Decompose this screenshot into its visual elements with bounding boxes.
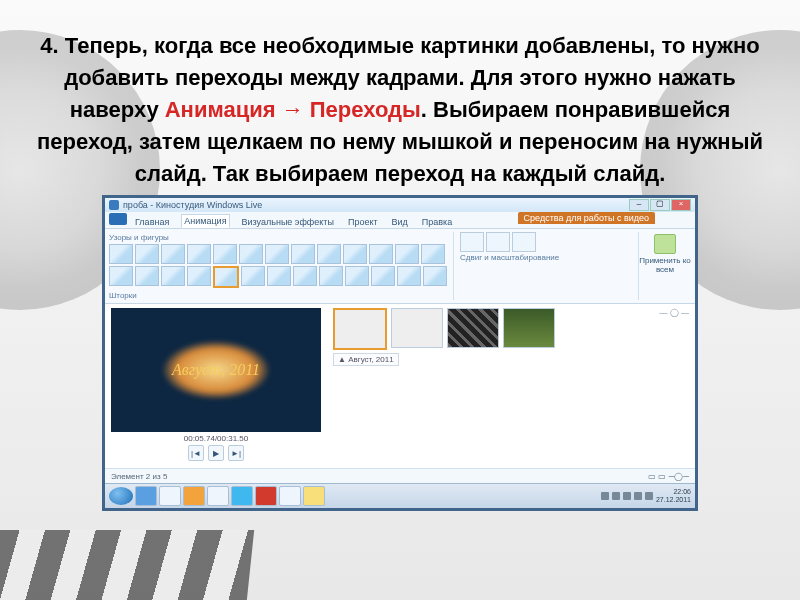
tab-visual-effects[interactable]: Визуальные эффекты <box>240 216 336 228</box>
tray-icon[interactable] <box>634 492 642 500</box>
taskbar-icon-opera[interactable] <box>255 486 277 506</box>
transition-thumb[interactable] <box>319 266 343 286</box>
transition-thumb[interactable] <box>345 266 369 286</box>
system-tray: 22:06 27.12.2011 <box>601 488 691 504</box>
transition-thumb[interactable] <box>371 266 395 286</box>
storyboard-clip[interactable] <box>447 308 499 348</box>
ribbon-tabs: Главная Анимация Визуальные эффекты Прое… <box>105 212 695 229</box>
start-button[interactable] <box>109 487 133 505</box>
context-tab-video-tools[interactable]: Средства для работы с видео <box>518 212 655 224</box>
transitions-gallery: Узоры и фигуры <box>109 232 447 300</box>
ribbon-panel: Узоры и фигуры <box>105 229 695 304</box>
app-screenshot: проба - Киностудия Windows Live – ▢ × Гл… <box>102 195 698 511</box>
transition-thumb[interactable] <box>109 244 133 264</box>
windows-taskbar: 22:06 27.12.2011 <box>105 483 695 508</box>
transition-thumb[interactable] <box>241 266 265 286</box>
transition-thumb[interactable] <box>369 244 393 264</box>
next-frame-button[interactable]: ►| <box>228 445 244 461</box>
transition-thumb[interactable] <box>135 244 159 264</box>
status-text: Элемент 2 из 5 <box>111 472 167 481</box>
tab-project[interactable]: Проект <box>346 216 380 228</box>
tab-edit[interactable]: Правка <box>420 216 454 228</box>
transition-thumb[interactable] <box>161 244 185 264</box>
transition-thumb[interactable] <box>293 266 317 286</box>
transition-thumb[interactable] <box>239 244 263 264</box>
taskbar-clock[interactable]: 22:06 27.12.2011 <box>656 488 691 504</box>
instruction-heading: 4. Теперь, когда все необходимые картинк… <box>30 30 770 189</box>
preview-panel: Август, 2011 00:05.74/00:31.50 |◄ ▶ ►| <box>105 304 327 468</box>
storyboard-clip[interactable] <box>503 308 555 348</box>
panzoom-thumb[interactable] <box>512 232 536 252</box>
prev-frame-button[interactable]: |◄ <box>188 445 204 461</box>
storyboard-clip-selected[interactable] <box>333 308 387 350</box>
transition-thumb[interactable] <box>397 266 421 286</box>
taskbar-icon-media[interactable] <box>207 486 229 506</box>
app-icon <box>109 200 119 210</box>
taskbar-icon-ie[interactable] <box>135 486 157 506</box>
slide-text-block: 4. Теперь, когда все необходимые картинк… <box>0 0 800 189</box>
transition-thumb[interactable] <box>421 244 445 264</box>
app-status-bar: Элемент 2 из 5 ▭ ▭ ─◯─ <box>105 468 695 483</box>
window-title: проба - Киностудия Windows Live <box>123 200 625 210</box>
clock-date: 27.12.2011 <box>656 496 691 504</box>
transition-thumb[interactable] <box>423 266 447 286</box>
tab-home[interactable]: Главная <box>133 216 171 228</box>
window-titlebar: проба - Киностудия Windows Live – ▢ × <box>105 198 695 212</box>
apply-all-icon <box>654 234 676 254</box>
tab-animation[interactable]: Анимация <box>181 214 229 228</box>
transition-thumb[interactable] <box>187 244 211 264</box>
apply-to-all-button[interactable]: Применить ко всем <box>638 232 691 300</box>
clock-time: 22:06 <box>656 488 691 496</box>
storyboard-panel: — ◯ — ▲ Август, 2011 <box>327 304 695 468</box>
taskbar-icon-firefox[interactable] <box>183 486 205 506</box>
transition-thumb[interactable] <box>343 244 367 264</box>
workspace: Август, 2011 00:05.74/00:31.50 |◄ ▶ ►| —… <box>105 304 695 468</box>
close-button[interactable]: × <box>671 199 691 211</box>
clapperboard-graphic <box>0 530 254 600</box>
tray-icon[interactable] <box>612 492 620 500</box>
apply-all-label: Применить ко всем <box>639 256 691 274</box>
transition-thumb[interactable] <box>109 266 133 286</box>
transition-thumb-selected[interactable] <box>213 266 239 288</box>
transition-thumb[interactable] <box>161 266 185 286</box>
transition-thumb[interactable] <box>395 244 419 264</box>
preview-monitor: Август, 2011 <box>111 308 321 432</box>
playback-time: 00:05.74/00:31.50 <box>111 432 321 445</box>
transition-thumb[interactable] <box>213 244 237 264</box>
pan-zoom-group: Сдвиг и масштабирование <box>453 232 559 300</box>
minimize-button[interactable]: – <box>629 199 649 211</box>
preview-title-text: Август, 2011 <box>172 361 260 379</box>
transition-thumb[interactable] <box>317 244 341 264</box>
heading-highlight: Анимация → Переходы <box>165 97 421 122</box>
gallery-group-label: Узоры и фигуры <box>109 233 447 242</box>
tab-view[interactable]: Вид <box>390 216 410 228</box>
storyboard-caption: ▲ Август, 2011 <box>333 353 399 366</box>
transition-thumb[interactable] <box>135 266 159 286</box>
taskbar-icon-explorer[interactable] <box>159 486 181 506</box>
storyboard-clip[interactable] <box>391 308 443 348</box>
tray-icon[interactable] <box>601 492 609 500</box>
transition-thumb[interactable] <box>187 266 211 286</box>
taskbar-icon-folder[interactable] <box>303 486 325 506</box>
playback-controls: 00:05.74/00:31.50 |◄ ▶ ►| <box>111 432 321 466</box>
panzoom-label: Сдвиг и масштабирование <box>460 253 559 262</box>
gallery-group-label: Шторки <box>109 291 447 300</box>
tray-icon[interactable] <box>623 492 631 500</box>
maximize-button[interactable]: ▢ <box>650 199 670 211</box>
transition-thumb[interactable] <box>265 244 289 264</box>
panzoom-thumb[interactable] <box>460 232 484 252</box>
play-button[interactable]: ▶ <box>208 445 224 461</box>
zoom-slider[interactable]: — ◯ — <box>660 308 689 317</box>
tray-icon[interactable] <box>645 492 653 500</box>
taskbar-icon-misc[interactable] <box>279 486 301 506</box>
panzoom-thumb[interactable] <box>486 232 510 252</box>
taskbar-icon-skype[interactable] <box>231 486 253 506</box>
transition-thumb[interactable] <box>291 244 315 264</box>
status-view-icons[interactable]: ▭ ▭ ─◯─ <box>648 472 689 481</box>
transition-thumb[interactable] <box>267 266 291 286</box>
